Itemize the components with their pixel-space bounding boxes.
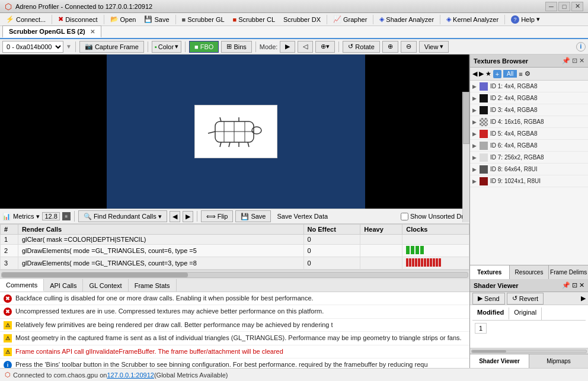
shader-viewer-tab[interactable]: Shader Viewer [470, 354, 529, 368]
rotate-button[interactable]: ↺ Rotate [343, 41, 379, 53]
tab-bar: Scrubber OpenGL ES (2) ✕ [0, 26, 588, 39]
nav-forward-button[interactable]: ▶ [183, 211, 193, 222]
menu-open[interactable]: 📂 Open [107, 14, 140, 24]
menu-scrubber-gl[interactable]: ■ Scrubber GL [178, 15, 228, 24]
textures-browser-controls[interactable]: 📌 ⊡ ✕ [562, 57, 584, 65]
shader-modified-tab[interactable]: Modified [472, 308, 509, 320]
shader-close-icon[interactable]: ✕ [579, 281, 584, 289]
expand-icon-1: ▶ [472, 84, 477, 89]
tab-comments[interactable]: Comments [0, 279, 44, 292]
bins-button[interactable]: ⊞ Bins [221, 41, 251, 53]
capture-frame-button[interactable]: 📷 Capture Frame [79, 41, 144, 53]
menu-scrubber-cl[interactable]: ■ Scrubber CL [229, 15, 279, 24]
menu-kernel-analyzer[interactable]: ◈ Kernel Analyzer [443, 14, 502, 24]
texture-item-7[interactable]: ▶ ID 7: 256x2, RGBA8 [470, 152, 588, 164]
titlebar: ⬡ Adreno Profiler - Connected to 127.0.0… [0, 0, 588, 13]
textures-browser-header: Textures Browser 📌 ⊡ ✕ [470, 55, 588, 68]
minimize-button[interactable]: ─ [545, 2, 557, 11]
scrubber-tab[interactable]: Scrubber OpenGL ES (2) ✕ [2, 25, 101, 38]
shader-pin-icon[interactable]: 📌 [562, 281, 570, 289]
menu-disconnect[interactable]: ✖ Disconnect [55, 14, 101, 24]
tex-star-icon[interactable]: ★ [485, 70, 491, 78]
horizontal-scrollbar[interactable] [0, 270, 469, 279]
nav-back-button[interactable]: ◀ [170, 211, 180, 222]
color-dropdown[interactable]: ▪ Color ▾ [152, 41, 181, 53]
tex-back-icon[interactable]: ◀ [472, 70, 477, 78]
list-item[interactable]: ✖ Backface culling is disabled for one o… [0, 292, 469, 305]
address-selector[interactable]: 0 - 0xa014b000 [2, 41, 63, 53]
svg-line-11 [220, 117, 221, 121]
textures-close-icon[interactable]: ✕ [579, 57, 584, 65]
texture-item-3[interactable]: ▶ ID 3: 4x4, RGBA8 [470, 104, 588, 116]
tex-all-button[interactable]: All [503, 70, 517, 78]
texture-item-2[interactable]: ▶ ID 2: 4x4, RGBA8 [470, 92, 588, 104]
menu-help[interactable]: ? Help ▾ [507, 14, 544, 25]
maximize-button[interactable]: □ [558, 2, 570, 11]
status-link[interactable]: 127.0.0.1:20912 [107, 372, 154, 379]
tab-api-calls[interactable]: API Calls [44, 279, 83, 292]
tex-forward-icon[interactable]: ▶ [479, 70, 484, 78]
tex-settings-icon[interactable]: ⚙ [525, 70, 531, 78]
tab-close-button[interactable]: ✕ [90, 28, 95, 35]
tex-add-icon[interactable]: + [493, 70, 501, 78]
menu-save[interactable]: 💾 Save [140, 14, 172, 24]
list-item[interactable]: ⚠ Frame contains API call glInvalidateFr… [0, 345, 469, 358]
tab-gl-context[interactable]: GL Context [83, 279, 128, 292]
shader-horizontal-scrollbar[interactable] [470, 348, 588, 354]
list-item[interactable]: ✖ Uncompressed textures are in use. Comp… [0, 305, 469, 318]
bottom-toolbar: 📊 Metrics ▾ 12.8 ≡ 🔍 Find Redundant Call… [0, 209, 469, 224]
mode-arrow-btn[interactable]: ▶ [280, 41, 295, 53]
fbo-button[interactable]: ■ FBO [189, 41, 219, 53]
shader-float-icon[interactable]: ⊡ [572, 281, 577, 289]
show-unsorted-checkbox[interactable] [401, 213, 408, 220]
tab-resources[interactable]: Resources [510, 265, 549, 279]
mipmaps-tab[interactable]: Mipmaps [529, 354, 588, 368]
texture-item-4[interactable]: ▶ ID 4: 16x16, RGBA8 [470, 116, 588, 128]
texture-label-7: ID 7: 256x2, RGBA8 [490, 154, 544, 161]
list-item[interactable]: ⚠ Most geometry in the captured frame is… [0, 332, 469, 345]
shader-original-tab[interactable]: Original [509, 308, 542, 320]
flip-button[interactable]: ⟺ Flip [201, 210, 234, 222]
save-button[interactable]: 💾 Save [235, 210, 271, 222]
table-row[interactable]: 2 glDrawElements( mode =GL_TRIANGLES, co… [1, 245, 469, 257]
zoom-out-button[interactable]: ⊖ [401, 41, 417, 53]
find-redundant-button[interactable]: 🔍 Find Redundant Calls ▾ [78, 210, 167, 222]
list-item[interactable]: i Press the 'Bins' toolbar button in the… [0, 358, 469, 368]
textures-float-icon[interactable]: ⊡ [572, 57, 577, 65]
tex-list-icon[interactable]: ≡ [519, 71, 522, 78]
texture-item-9[interactable]: ▶ ID 9: 1024x1, R8UI [470, 175, 588, 187]
table-row[interactable]: 1 glClear( mask =COLOR|DEPTH|STENCIL) 0 [1, 235, 469, 245]
mode-multi-btn[interactable]: ⊕▾ [315, 41, 335, 53]
shader-expand-icon[interactable]: ▶ [581, 294, 586, 302]
texture-item-8[interactable]: ▶ ID 8: 64x64, R8UI [470, 164, 588, 175]
shader-revert-button[interactable]: ↺ Revert [507, 293, 544, 305]
zoom-in-button[interactable]: ⊕ [382, 41, 398, 53]
texture-item-6[interactable]: ▶ ID 6: 4x4, RGBA8 [470, 140, 588, 152]
menu-connect[interactable]: ⚡ Connect... [2, 14, 49, 24]
app-icon: ⬡ [5, 2, 12, 11]
texture-item-5[interactable]: ▶ ID 5: 4x4, RGBA8 [470, 128, 588, 140]
table-row[interactable]: 3 glDrawElements( mode =GL_TRIANGLES, co… [1, 257, 469, 270]
window-controls[interactable]: ─ □ ✕ [545, 2, 583, 11]
shader-send-button[interactable]: ▶ Send [472, 293, 505, 305]
texture-thumb-4 [480, 118, 488, 126]
mode-select-btn[interactable]: ◁ [298, 41, 313, 53]
revert-icon: ↺ [512, 294, 517, 302]
show-unsorted-label[interactable]: Show Unsorted Dra [401, 213, 467, 220]
menu-grapher[interactable]: 📈 Grapher [330, 14, 370, 24]
textures-pin-icon[interactable]: 📌 [562, 57, 570, 65]
menu-scrubber-dx[interactable]: Scrubber DX [280, 15, 324, 24]
close-button[interactable]: ✕ [571, 2, 583, 11]
col-no-effect: No Effect [303, 225, 360, 235]
info-button[interactable]: i [576, 42, 586, 52]
col-render-calls: Render Calls [18, 225, 303, 235]
tab-frame-delims[interactable]: Frame Delims [549, 265, 588, 279]
tab-frame-stats[interactable]: Frame Stats [129, 279, 177, 292]
save-vertex-btn[interactable]: Save Vertex Data [273, 212, 331, 221]
view-dropdown[interactable]: View ▾ [419, 41, 449, 53]
texture-item-1[interactable]: ▶ ID 1: 4x4, RGBA8 [470, 81, 588, 92]
menu-shader-analyzer[interactable]: ◈ Shader Analyzer [376, 14, 437, 24]
tab-textures[interactable]: Textures [470, 265, 510, 279]
shader-toolbar: ▶ Send ↺ Revert ▶ [470, 292, 588, 305]
list-item[interactable]: ⚠ Relatively few primitives are being re… [0, 319, 469, 332]
